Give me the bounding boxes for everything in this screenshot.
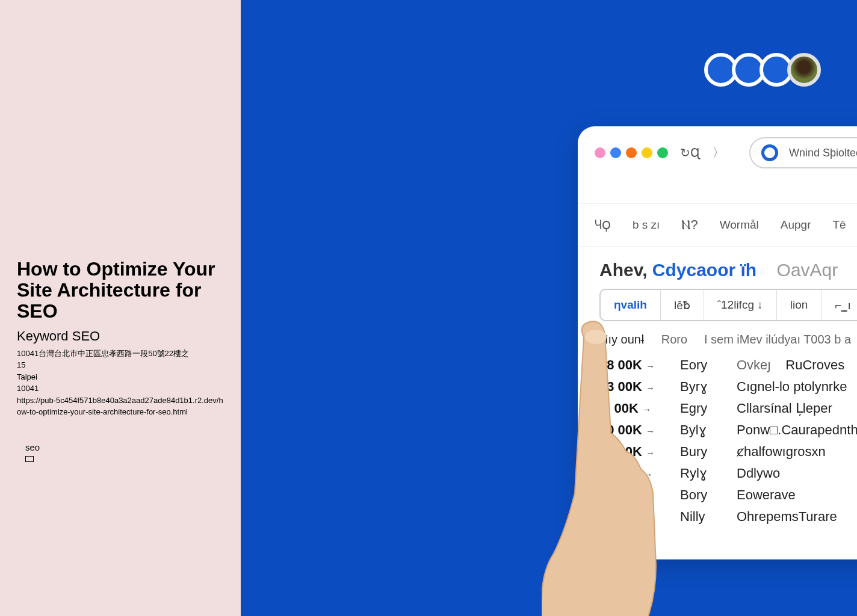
toolbar-item[interactable]: Tē — [832, 218, 846, 232]
traffic-light-icon[interactable] — [642, 147, 652, 158]
row-label: Eory — [680, 357, 722, 373]
sub-header-part: I sem iMev ilúdyaı T003 b a — [704, 333, 851, 346]
table-row[interactable]: 68 00K →EoryOvkeȷRuCroves — [599, 357, 857, 373]
traffic-light-icon[interactable] — [610, 147, 621, 158]
arrow-right-icon: → — [646, 491, 655, 501]
hero-area: ↻Ɋ 〉 Wnind Sþioltech Qvsarnowing ?mats Q… — [241, 0, 857, 616]
arrow-right-icon: → — [643, 469, 652, 479]
crumb-segment: Ahev, — [599, 260, 647, 280]
data-table: 68 00K →EoryOvkeȷRuCroves13 00K →ByrɣCıg… — [599, 357, 857, 546]
metric-value: 68 00K → — [599, 357, 666, 373]
row-description: Cllarsínal L̦leper — [737, 401, 832, 416]
tag-label: seo — [17, 442, 224, 452]
toolbar: ႷϘ b s zı Ⲛ? Wormål Aupgr Tē Tigeıv, nlo… — [578, 203, 857, 247]
browser-window: ↻Ɋ 〉 Wnind Sþioltech Qvsarnowing ?mats Q… — [578, 126, 857, 559]
arrow-right-icon: → — [646, 361, 655, 371]
browser-chrome: ↻Ɋ 〉 Wnind Sþioltech Qvsarnowing ?mats Q… — [578, 126, 857, 179]
address-line: 10041台灣台北市中正區忠孝西路一段50號22樓之 — [17, 348, 224, 360]
traffic-light-icon[interactable] — [657, 147, 668, 158]
address-number: 15 — [17, 359, 224, 371]
table-row[interactable]: 32 00K →BoryEowerave — [599, 487, 857, 503]
arrow-right-icon: → — [646, 383, 655, 393]
table-row[interactable]: 8I 00K →EgryCllarsínal L̦leper — [599, 401, 857, 416]
row-description: RuCroves — [785, 357, 844, 373]
traffic-light-icon[interactable] — [626, 147, 637, 158]
row-label: Nilly — [680, 509, 722, 525]
filter-tab[interactable]: ⌐_̣ı — [821, 290, 857, 320]
crumb-segment[interactable]: Cdycaoor — [652, 260, 735, 280]
row-description: OhrepemsTurare — [737, 509, 837, 525]
logo-cluster — [710, 53, 821, 87]
metric-value: 13 00K → — [599, 379, 666, 395]
city: Taipei — [17, 371, 224, 383]
page-url: https://pub-5c454f571b8e40a3a2aad27ade84… — [17, 395, 224, 418]
toolbar-item[interactable]: Aupgr — [781, 218, 811, 232]
metric-value: 8I 00K → — [599, 401, 666, 416]
table-row[interactable]: 8ᴇ 00K → — [599, 531, 857, 546]
arrow-right-icon: → — [646, 426, 655, 436]
row-label: Bury — [680, 444, 722, 460]
filter-tab[interactable]: ηvalih — [601, 290, 661, 320]
filter-tab[interactable]: lēƀ — [661, 290, 704, 320]
table-row[interactable]: 82 00K →Buryȼhalfowıgrosxn — [599, 444, 857, 460]
metric-value: 17 004 → — [599, 466, 666, 481]
table-row[interactable]: 80 00K →BylɣPonw□.Caurapednth — [599, 422, 857, 438]
toolbar-item[interactable]: b s zı — [633, 218, 660, 232]
arrow-right-icon: → — [642, 404, 651, 414]
toolbar-item[interactable]: ႷϘ — [595, 218, 611, 232]
left-sidebar: How to Optimize Your Site Architecture f… — [0, 0, 241, 616]
arrow-right-icon: → — [646, 513, 655, 523]
box-icon — [25, 456, 34, 462]
traffic-light-icon[interactable] — [595, 147, 605, 158]
row-label: Egry — [680, 401, 722, 416]
row-description: Eowerave — [737, 487, 796, 503]
row-label: Byrɣ — [680, 379, 722, 395]
logo-circle-icon — [787, 53, 821, 87]
row-description: ȼhalfowıgrosxn — [737, 444, 826, 460]
loading-circle-icon — [761, 144, 778, 161]
reload-icon[interactable]: ↻Ɋ — [680, 146, 700, 160]
metric-value: 8ᴇ 00K → — [599, 531, 666, 546]
address-text: Wnind Sþioltech Qvsarnowing ?mats Qítl ·… — [789, 147, 857, 159]
crumb-segment: OavAqr — [777, 260, 838, 280]
metric-value: 80 00K → — [599, 509, 666, 525]
row-label: Rylɣ — [680, 466, 722, 481]
metric-value: 32 00K → — [599, 487, 666, 503]
table-row[interactable]: 17 004 →RylɣDdlywo — [599, 466, 857, 481]
traffic-lights — [595, 147, 668, 158]
postal-code: 10041 — [17, 383, 224, 395]
toolbar-item[interactable]: Wormål — [720, 218, 759, 232]
row-description: Cıgnel-lo ptolynrke — [737, 379, 847, 395]
table-row[interactable]: 13 00K →ByrɣCıgnel-lo ptolynrke — [599, 379, 857, 395]
table-row[interactable]: 80 00K →NillyOhrepemsTurare — [599, 509, 857, 525]
sub-header-part: Roro — [661, 333, 687, 346]
filter-row: ηvalih lēƀ ˆ12lifcg ↓ lion ⌐_̣ı TⱣ ⌐⌣ Ex… — [599, 289, 857, 321]
address-bar[interactable]: Wnind Sþioltech Qvsarnowing ?mats Qítl ·… — [749, 137, 857, 168]
row-label: Bory — [680, 487, 722, 503]
arrow-right-icon: → — [646, 448, 655, 458]
row-extra: Ovkeȷ — [737, 357, 771, 373]
page-title: How to Optimize Your Site Architecture f… — [17, 259, 224, 322]
toolbar-item[interactable]: Ⲛ? — [681, 217, 698, 233]
content-area: Ahev, Cdycaoor ïh OavAqr ηvalih lēƀ ˆ12l… — [578, 247, 857, 559]
filter-tab[interactable]: lion — [777, 290, 822, 320]
breadcrumb: Ahev, Cdycaoor ïh OavAqr — [599, 260, 857, 280]
sub-header-part: Hıy ounI̵ — [599, 333, 645, 346]
crumb-segment: ïh — [741, 260, 757, 280]
row-description: Ddlywo — [737, 466, 780, 481]
arrow-right-icon: → — [645, 534, 654, 544]
metric-value: 82 00K → — [599, 444, 666, 460]
row-description: Ponw□.Caurapednth — [737, 422, 857, 438]
row-label: Bylɣ — [680, 422, 722, 438]
sub-header: Hıy ounI̵ Roro I sem iMev ilúdyaı T003 b… — [599, 332, 857, 346]
metric-value: 80 00K → — [599, 422, 666, 438]
forward-icon[interactable]: 〉 — [712, 144, 725, 162]
page-subtitle: Keyword SEO — [17, 328, 224, 344]
filter-tab[interactable]: ˆ12lifcg ↓ — [704, 290, 777, 320]
